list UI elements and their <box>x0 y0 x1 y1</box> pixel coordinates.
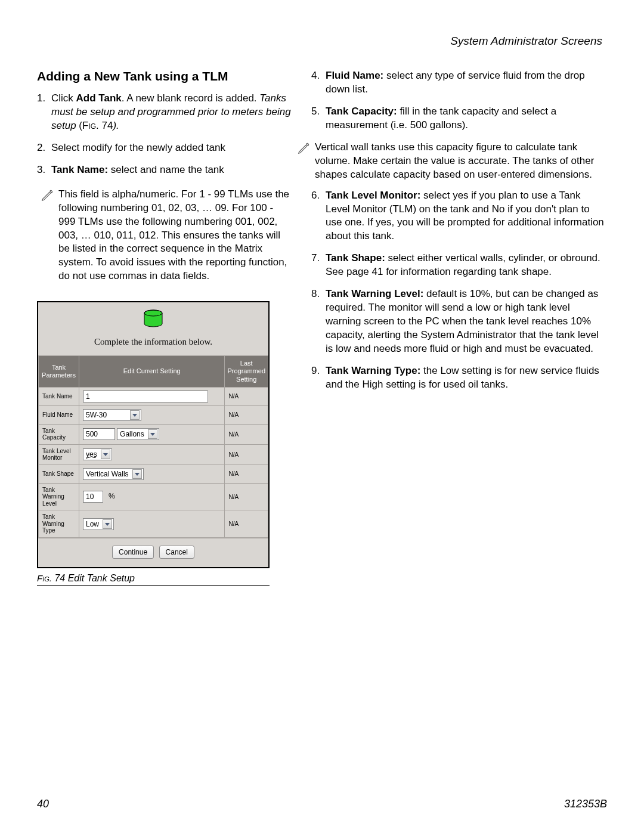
right-steps-a: 4.Fluid Name: select any type of service… <box>311 69 607 132</box>
note-left-text: This field is alpha/numeric. For 1 - 99 … <box>58 188 291 284</box>
step-3: 3.Tank Name: select and name the tank <box>51 163 293 177</box>
figure-caption: Fig. 74 Edit Tank Setup <box>37 573 270 586</box>
step-2: 2.Select modify for the newly added tank <box>51 141 293 155</box>
th-edit-setting: Edit Current Setting <box>79 356 225 388</box>
page-number: 40 <box>37 798 49 810</box>
row-tank-shape: Tank Shape Vertical Walls N/A <box>39 465 268 483</box>
step-6: 6.Tank Level Monitor: select yes if you … <box>326 189 607 244</box>
chevron-down-icon <box>130 410 140 420</box>
continue-button[interactable]: Continue <box>112 546 154 559</box>
cancel-button[interactable]: Cancel <box>159 546 194 559</box>
tank-parameters-table: Tank Parameters Edit Current Setting Las… <box>38 355 268 538</box>
fluid-name-select[interactable]: 5W-30 <box>83 409 141 421</box>
tank-warning-level-input[interactable]: 10 <box>83 491 103 503</box>
figure-edit-tank-setup: Complete the information below. Tank Par… <box>37 301 270 568</box>
step-9: 9.Tank Warning Type: the Low setting is … <box>326 364 607 392</box>
step-5: 5.Tank Capacity: fill in the tank capaci… <box>326 105 607 132</box>
row-fluid-name: Fluid Name 5W-30 N/A <box>39 405 268 424</box>
pencil-icon <box>297 142 310 182</box>
right-steps-b: 6.Tank Level Monitor: select yes if you … <box>311 189 607 392</box>
document-number: 312353B <box>564 798 607 810</box>
row-tank-capacity: Tank Capacity 500 Gallons N/A <box>39 424 268 444</box>
note-right-text: Vertical wall tanks use this capacity fi… <box>315 141 607 182</box>
tank-capacity-input[interactable]: 500 <box>83 428 115 440</box>
row-tank-warning-level: Tank Warning Level 10 % N/A <box>39 483 268 510</box>
step-7: 7.Tank Shape: select either vertical wal… <box>326 252 607 279</box>
row-tank-warning-type: Tank Warning Type Low N/A <box>39 510 268 538</box>
step-8: 8.Tank Warning Level: default is 10%, bu… <box>326 287 607 356</box>
tank-icon <box>143 309 164 330</box>
figure-instruction: Complete the information below. <box>44 337 262 347</box>
tank-name-input[interactable]: 1 <box>83 391 208 402</box>
chevron-down-icon <box>148 429 157 439</box>
chevron-down-icon <box>103 519 112 529</box>
chevron-down-icon <box>101 450 110 459</box>
th-last-programmed: Last Programmed Setting <box>225 356 268 388</box>
heading: Adding a New Tank using a TLM <box>37 69 293 83</box>
page-header-section: System Administrator Screens <box>37 35 607 48</box>
left-steps: 1.Click Add Tank. A new blank record is … <box>37 92 293 177</box>
tank-level-monitor-select[interactable]: yes <box>83 448 112 460</box>
step-4: 4.Fluid Name: select any type of service… <box>326 69 607 97</box>
tank-shape-select[interactable]: Vertical Walls <box>83 468 144 480</box>
tank-capacity-unit-select[interactable]: Gallons <box>117 428 159 440</box>
percent-label: % <box>109 492 115 500</box>
th-tank-parameters: Tank Parameters <box>39 356 79 388</box>
pencil-icon <box>41 189 54 284</box>
step-1: 1.Click Add Tank. A new blank record is … <box>51 92 293 133</box>
tank-warning-type-select[interactable]: Low <box>83 518 114 530</box>
chevron-down-icon <box>132 469 142 479</box>
row-tank-level-monitor: Tank Level Monitor yes N/A <box>39 444 268 465</box>
row-tank-name: Tank Name 1 N/A <box>39 387 268 405</box>
